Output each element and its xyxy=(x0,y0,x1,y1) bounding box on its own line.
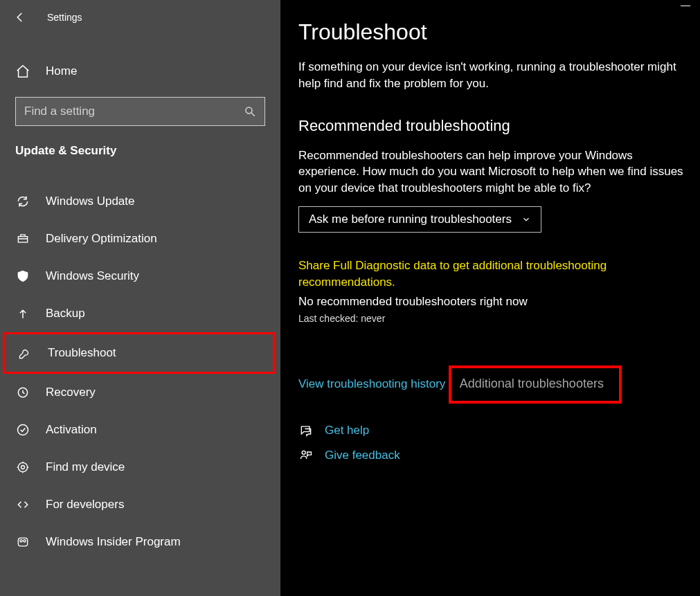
window-title: Settings xyxy=(47,12,82,23)
sidebar-item-label: Find my device xyxy=(46,460,125,474)
svg-point-4 xyxy=(21,466,25,469)
search-box[interactable] xyxy=(15,97,265,126)
sidebar-item-label: Troubleshoot xyxy=(48,346,116,360)
sidebar-item-windows-update[interactable]: Windows Update xyxy=(0,183,280,220)
sync-icon xyxy=(15,194,30,209)
last-checked-text: Last checked: never xyxy=(298,313,700,324)
sidebar-item-activation[interactable]: Activation xyxy=(0,411,280,449)
titlebar: Settings xyxy=(0,7,280,30)
sidebar-item-label: Recovery xyxy=(46,386,96,399)
search-icon xyxy=(244,105,256,118)
sidebar-item-recovery[interactable]: Recovery xyxy=(0,374,280,411)
insider-icon xyxy=(15,534,30,550)
svg-point-7 xyxy=(24,540,26,542)
no-recommended-text: No recommended troubleshooters right now xyxy=(298,295,700,309)
intro-text: If something on your device isn't workin… xyxy=(298,59,686,92)
sidebar-item-label: Windows Insider Program xyxy=(46,535,181,549)
sidebar-item-label: Delivery Optimization xyxy=(46,232,157,246)
give-feedback-row[interactable]: Give feedback xyxy=(298,448,700,463)
svg-point-6 xyxy=(20,540,22,542)
svg-point-3 xyxy=(18,425,28,435)
page-title: Troubleshoot xyxy=(298,19,700,45)
main-content: Troubleshoot If something on your device… xyxy=(280,0,700,596)
svg-point-9 xyxy=(302,451,305,454)
share-diagnostic-link[interactable]: Share Full Diagnostic data to get additi… xyxy=(298,258,672,291)
troubleshoot-preference-dropdown[interactable]: Ask me before running troubleshooters xyxy=(298,206,541,233)
give-feedback-link: Give feedback xyxy=(325,449,400,462)
shield-icon xyxy=(15,269,30,284)
section-title: Recommended troubleshooting xyxy=(298,117,700,135)
get-help-row[interactable]: Get help xyxy=(298,423,700,438)
sidebar-item-windows-security[interactable]: Windows Security xyxy=(0,258,280,295)
svg-point-0 xyxy=(246,107,252,114)
window-controls xyxy=(681,6,690,6)
view-history-link[interactable]: View troubleshooting history xyxy=(298,377,445,390)
sidebar-item-find-my-device[interactable]: Find my device xyxy=(0,449,280,486)
home-button[interactable]: Home xyxy=(0,51,280,91)
delivery-icon xyxy=(15,231,30,246)
sidebar-item-label: Activation xyxy=(46,423,97,437)
sidebar-item-label: Backup xyxy=(46,307,85,320)
sidebar: Settings Home Update & Security Windows … xyxy=(0,0,280,596)
sidebar-item-label: For developers xyxy=(46,498,124,512)
sidebar-item-label: Windows Security xyxy=(46,269,139,283)
minimize-button[interactable] xyxy=(681,6,690,6)
svg-rect-8 xyxy=(18,538,27,546)
additional-label: Additional troubleshooters xyxy=(460,377,604,390)
feedback-icon xyxy=(298,448,314,463)
sidebar-item-windows-insider[interactable]: Windows Insider Program xyxy=(0,523,280,561)
additional-troubleshooters-link[interactable]: Additional troubleshooters xyxy=(449,365,622,404)
wrench-icon xyxy=(17,345,33,361)
category-heading: Update & Security xyxy=(0,138,280,170)
sidebar-item-label: Windows Update xyxy=(46,195,135,208)
location-icon xyxy=(15,460,30,475)
check-circle-icon xyxy=(15,422,30,437)
nav-list: Windows Update Delivery Optimization Win… xyxy=(0,183,280,561)
home-label: Home xyxy=(46,64,77,78)
back-arrow-icon[interactable] xyxy=(14,11,26,24)
dropdown-value: Ask me before running troubleshooters xyxy=(309,213,512,226)
svg-rect-1 xyxy=(18,237,27,242)
sidebar-item-backup[interactable]: Backup xyxy=(0,295,280,332)
backup-icon xyxy=(15,306,30,321)
code-icon xyxy=(15,497,30,512)
search-input[interactable] xyxy=(24,105,244,118)
sidebar-item-delivery-optimization[interactable]: Delivery Optimization xyxy=(0,220,280,258)
section-description: Recommended troubleshooters can help imp… xyxy=(298,147,686,197)
chevron-down-icon xyxy=(521,215,531,224)
recovery-icon xyxy=(15,385,30,400)
get-help-link: Get help xyxy=(325,424,369,437)
sidebar-item-for-developers[interactable]: For developers xyxy=(0,486,280,523)
svg-point-5 xyxy=(18,462,27,471)
sidebar-item-troubleshoot[interactable]: Troubleshoot xyxy=(3,332,275,374)
home-icon xyxy=(15,64,30,79)
chat-icon xyxy=(298,423,314,438)
